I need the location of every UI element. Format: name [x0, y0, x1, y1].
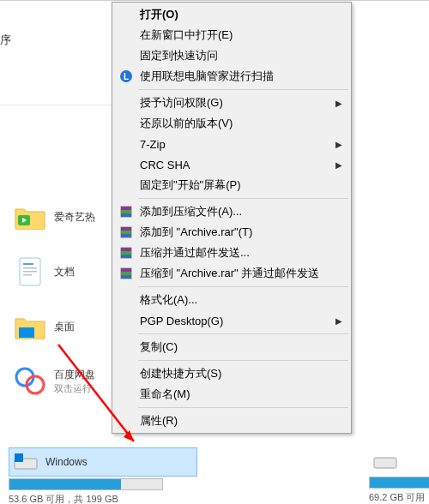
menu-item[interactable]: 重命名(M): [114, 384, 349, 405]
menu-item[interactable]: 属性(R): [114, 411, 349, 431]
svg-rect-19: [121, 227, 131, 231]
menu-item-label: 打开(O): [140, 7, 178, 22]
svg-rect-21: [121, 234, 131, 237]
baidu-icon: [13, 366, 47, 397]
menu-item-label: 格式化(A)...: [140, 292, 197, 308]
desktop-item-documents[interactable]: 文档: [13, 256, 116, 287]
menu-item-label: 固定到"开始"屏幕(P): [140, 177, 241, 193]
menu-separator: [138, 286, 348, 287]
menu-item[interactable]: 固定到快速访问: [114, 45, 349, 66]
menu-separator: [138, 89, 348, 90]
menu-item-label: PGP Desktop(G): [140, 315, 223, 327]
menu-item[interactable]: 格式化(A)...: [114, 290, 349, 310]
svg-rect-28: [121, 272, 131, 275]
desktop-item-iqiyi[interactable]: 爱奇艺热: [13, 201, 116, 232]
drive-label: Windows: [45, 456, 193, 468]
drive-capacity-bar: [9, 478, 163, 490]
menu-separator: [138, 407, 348, 408]
menu-item[interactable]: CRC SHA▶: [114, 154, 349, 175]
menu-item[interactable]: 7-Zip▶: [114, 134, 349, 154]
menu-item[interactable]: PGP Desktop(G)▶: [114, 310, 349, 331]
drive-capacity-bar: [369, 477, 429, 489]
svg-rect-24: [121, 251, 131, 255]
context-menu: 打开(O)在新窗口中打开(E)固定到快速访问L使用联想电脑管家进行扫描授予访问权…: [112, 2, 352, 434]
drive-free-text: 53.6 GB 可用，共 199 GB: [9, 493, 197, 504]
svg-rect-20: [121, 231, 131, 234]
desktop-item-label: 桌面: [54, 320, 75, 334]
menu-item-label: 在新窗口中打开(E): [140, 27, 233, 43]
menu-item-label: 添加到压缩文件(A)...: [140, 204, 242, 219]
menu-item-label: 7-Zip: [140, 138, 166, 151]
menu-item-label: 复制(C): [140, 339, 178, 355]
menu-item[interactable]: 压缩并通过邮件发送...: [114, 243, 349, 263]
drive-item-windows[interactable]: Windows 53.6 GB 可用，共 199 GB mv (F): [9, 447, 197, 504]
menu-item-label: 还原以前的版本(V): [140, 116, 233, 131]
menu-item[interactable]: 创建快捷方式(S): [114, 363, 349, 384]
menu-separator: [138, 360, 348, 361]
document-icon: [13, 256, 47, 287]
menu-item-label: 授予访问权限(G): [140, 95, 223, 111]
menu-item[interactable]: 复制(C): [114, 337, 349, 357]
menu-item[interactable]: 压缩到 "Archive.rar" 并通过邮件发送: [114, 263, 349, 284]
drive-free-text: 69.2 GB 可用，共 199 GB: [369, 491, 429, 504]
menu-item-label: 压缩到 "Archive.rar" 并通过邮件发送: [140, 266, 319, 281]
window-top-border: [0, 0, 429, 1]
folder-icon: [13, 311, 47, 342]
menu-item-label: 压缩并通过邮件发送...: [140, 245, 250, 261]
left-divider: [0, 105, 112, 105]
menu-item-label: CRC SHA: [140, 159, 190, 171]
svg-rect-11: [374, 458, 396, 468]
lenovo-icon: L: [118, 69, 135, 84]
menu-item[interactable]: 打开(O): [114, 4, 349, 25]
chevron-right-icon: ▶: [335, 140, 342, 149]
menu-item[interactable]: 在新窗口中打开(E): [114, 25, 349, 45]
svg-rect-5: [23, 274, 32, 276]
svg-rect-3: [23, 267, 37, 269]
menu-item[interactable]: 固定到"开始"屏幕(P): [114, 175, 349, 195]
drive-icon: [13, 452, 39, 472]
chevron-right-icon: ▶: [335, 316, 342, 326]
svg-rect-29: [121, 275, 131, 279]
svg-rect-2: [23, 263, 33, 265]
svg-rect-15: [121, 207, 131, 210]
menu-item[interactable]: 添加到 "Archive.rar"(T): [114, 222, 349, 243]
svg-rect-10: [15, 453, 23, 462]
svg-rect-16: [121, 210, 131, 213]
rar-icon: [118, 245, 135, 261]
drive-item-2[interactable]: 69.2 GB 可用，共 199 GB WireGoose的U (I:): [369, 447, 429, 504]
menu-item[interactable]: 授予访问权限(G)▶: [114, 93, 349, 113]
svg-rect-6: [19, 327, 34, 338]
desktop-item-sublabel: 双击运行: [54, 382, 95, 395]
svg-rect-17: [121, 213, 131, 217]
menu-item[interactable]: 还原以前的版本(V): [114, 113, 349, 134]
drive-row: Windows 53.6 GB 可用，共 199 GB mv (F) 69.2 …: [9, 447, 429, 504]
folder-icon: [13, 201, 47, 232]
menu-separator: [138, 198, 348, 199]
desktop-item-label: 百度网盘: [54, 368, 95, 382]
menu-item-label: 重命名(M): [140, 387, 190, 402]
menu-item-label: 添加到 "Archive.rar"(T): [140, 225, 252, 240]
chevron-right-icon: ▶: [335, 99, 342, 108]
menu-separator: [138, 333, 348, 334]
menu-item-label: 使用联想电脑管家进行扫描: [140, 69, 274, 84]
menu-item[interactable]: 添加到压缩文件(A)...: [114, 201, 349, 222]
menu-item[interactable]: L使用联想电脑管家进行扫描: [114, 66, 349, 87]
svg-rect-4: [23, 271, 37, 273]
desktop-item-baidu[interactable]: 百度网盘 双击运行: [13, 366, 116, 397]
desktop-item-label: 文档: [54, 265, 75, 279]
chevron-right-icon: ▶: [335, 160, 342, 170]
svg-text:L: L: [124, 72, 129, 81]
rar-icon: [118, 225, 135, 240]
desktop-item-label: 爱奇艺热: [54, 210, 95, 225]
desktop-item-desktop[interactable]: 桌面: [13, 311, 116, 342]
rar-icon: [118, 204, 135, 219]
menu-item-label: 创建快捷方式(S): [140, 366, 221, 381]
svg-rect-27: [121, 268, 131, 272]
desktop-items-container: 爱奇艺热 文档 桌面 百度网盘 双击运行: [13, 201, 116, 421]
left-panel-label: 序: [0, 33, 11, 48]
menu-item-label: 属性(R): [140, 413, 178, 429]
drive-icon: [372, 451, 398, 471]
svg-rect-23: [121, 248, 131, 251]
menu-item-label: 固定到快速访问: [140, 48, 218, 63]
svg-rect-25: [121, 255, 131, 258]
